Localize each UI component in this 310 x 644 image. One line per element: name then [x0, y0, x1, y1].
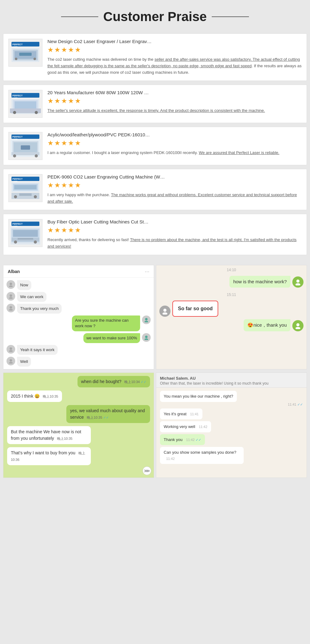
- svg-point-36: [34, 195, 37, 198]
- avatar-left-2: [7, 292, 15, 301]
- wmsq-row-1: how is the machine work?: [159, 276, 303, 288]
- stars-3: ★★★★★: [47, 139, 302, 147]
- review-title-1: New Design Co2 Laser Engraver / Laser En…: [47, 39, 302, 44]
- chat-msg-row-4: Are you sure the machine can work now ?: [7, 315, 151, 331]
- svg-point-62: [296, 280, 299, 283]
- svg-point-49: [9, 285, 13, 287]
- svg-point-35: [14, 195, 17, 198]
- svg-point-52: [10, 306, 12, 309]
- review-text-3: I am a regular customer. I bought a lase…: [47, 150, 302, 156]
- reviews-section: PERFECT LASER New Design Co2 Laser Engra…: [0, 30, 310, 262]
- wchat-bubble-3: 😍nice，thank you: [244, 319, 290, 331]
- svg-point-53: [9, 309, 13, 311]
- chat-bubble-5: we want to make sure 100%: [83, 333, 140, 343]
- wavatar-right-1: [292, 276, 303, 288]
- rbmsg-3: Working very well 11:42: [160, 421, 211, 432]
- rbmsg-1: You mean you like our machine , right?: [160, 391, 237, 402]
- scroll-down-button[interactable]: ⋙: [143, 466, 151, 475]
- svg-point-45: [14, 240, 17, 244]
- blmsg-time-3: 晚上10:35 ✓✓: [87, 416, 109, 419]
- review-text-plain-1: The co2 laser cutting machine was delive…: [47, 57, 154, 62]
- wavatar-left-2: [159, 306, 170, 317]
- review-content-5: Buy Fiber Optic Laser Cutting Machines C…: [47, 219, 302, 250]
- blmsg-time-2: 晚上10:35: [43, 395, 58, 398]
- review-text-underline-2: The seller's service attitude is excelle…: [47, 108, 265, 113]
- blmsg-4: But the machine We have now is not from …: [7, 426, 91, 444]
- blmsg-1: when did he bought? 晚上10:34 ✓✓: [78, 376, 150, 387]
- review-title-5: Buy Fiber Optic Laser Cutting Machines C…: [47, 219, 302, 224]
- chat-panel-left: Alban ··· Now We can work: [3, 265, 154, 370]
- rbmsg-row-4: Thank you 11:42 ✓✓: [160, 434, 303, 445]
- blmsg-row-1: when did he bought? 晚上10:34 ✓✓: [7, 376, 150, 387]
- blmsg-5: That's why I want to buy from you 晚上10:3…: [7, 447, 91, 465]
- right-bottom-header: Michael Salem. AU Other than that, the l…: [156, 373, 307, 388]
- header-line-right: [212, 16, 249, 17]
- page-header: Customer Praise: [0, 0, 310, 30]
- review-title-3: Acylic/wood/leather/plywood/PVC PEDK-160…: [47, 132, 302, 137]
- svg-text:PERFECT: PERFECT: [12, 223, 23, 225]
- blmsg-text-2: 2015 I think 😄: [11, 394, 40, 399]
- svg-point-65: [162, 312, 167, 315]
- avatar-right-4: [142, 315, 151, 324]
- svg-text:PERFECT: PERFECT: [12, 43, 23, 46]
- rbmsg-text-4: Thank you: [164, 437, 183, 442]
- chat-panel-bottom-right: Michael Salem. AU Other than that, the l…: [156, 373, 307, 478]
- blmsg-row-3: yes, we valued much about quality and se…: [7, 405, 150, 423]
- svg-point-48: [10, 283, 12, 285]
- review-content-3: Acylic/wood/leather/plywood/PVC PEDK-160…: [47, 132, 302, 160]
- svg-text:LASER: LASER: [12, 180, 18, 182]
- chat-bubble-3: Thank you very much: [17, 304, 62, 314]
- svg-point-26: [35, 154, 38, 157]
- review-text-4: I am very happy with the purchase. The m…: [47, 192, 302, 205]
- svg-text:LASER: LASER: [12, 225, 18, 227]
- avatar-left-1: [7, 280, 15, 289]
- chat-bubble-6: Yeah it says it work: [17, 345, 58, 355]
- wchat-bubble-2: So far so good: [172, 301, 218, 317]
- blmsg-row-5: That's why I want to buy from you 晚上10:3…: [7, 447, 150, 465]
- svg-rect-43: [13, 230, 38, 237]
- review-text-underline-3: We are assured that Perfect Laser is rel…: [199, 150, 279, 155]
- svg-point-63: [295, 283, 300, 285]
- blmsg-row-4: But the machine We have now is not from …: [7, 426, 150, 444]
- review-card-3: PERFECT LASER Acylic/wood/leather/plywoo…: [3, 127, 307, 165]
- review-text-plain-5: Recently arrived, thanks for delivering …: [47, 237, 130, 242]
- header-line-left: [61, 16, 98, 17]
- blmsg-text-1: when did he bought?: [81, 379, 122, 384]
- chat-dots-icon[interactable]: ···: [145, 268, 149, 275]
- rbmsg-text-2: Yes it's great: [164, 412, 187, 416]
- svg-point-54: [145, 318, 148, 320]
- stars-1: ★★★★★: [47, 46, 302, 54]
- chat-bubble-7: Well: [17, 357, 31, 367]
- chat-messages-left: Now We can work Thank you very much: [3, 278, 154, 369]
- chat-contact-name: Alban: [8, 269, 20, 274]
- avatar-left-7: [7, 357, 15, 365]
- svg-point-59: [9, 350, 13, 352]
- rbmsg-time-3: 11:42: [199, 425, 207, 429]
- svg-point-51: [9, 297, 13, 299]
- chat-panel-bottom-left: when did he bought? 晚上10:34 ✓✓ 2015 I th…: [3, 373, 154, 478]
- rbmsg-4: Thank you 11:42 ✓✓: [160, 434, 205, 445]
- svg-point-50: [10, 294, 12, 297]
- chat-panel-right: 14:10 how is the machine work? 15:11 So …: [156, 265, 307, 370]
- blmsg-time-1: 晚上10:34 ✓✓: [124, 380, 146, 384]
- review-text-2: The seller's service attitude is excelle…: [47, 108, 302, 114]
- machine-icon-3: PERFECT LASER: [10, 134, 41, 158]
- chat-bubble-1: Now: [17, 280, 31, 290]
- rbmsg-time-4: 11:42 ✓✓: [186, 438, 201, 442]
- chat-msg-row-5: we want to make sure 100%: [7, 333, 151, 343]
- svg-point-64: [163, 309, 166, 312]
- svg-point-61: [9, 362, 13, 364]
- svg-point-25: [13, 154, 16, 157]
- machine-icon-2: PERFECT LASER: [10, 91, 41, 116]
- review-title-4: PEDK-9060 CO2 Laser Engraving Cutting Ma…: [47, 174, 302, 179]
- review-title-2: 20 Years Manufacturer 60W 80W 100W 120W …: [47, 90, 302, 95]
- review-image-5: PERFECT LASER: [8, 219, 42, 247]
- customer-name: Michael Salem. AU: [160, 376, 303, 381]
- svg-point-67: [295, 327, 300, 329]
- chat-time-badge-1: 14:10: [156, 265, 307, 273]
- rbmsg-row-2: Yes it's great 11:41: [160, 408, 303, 420]
- chat-section-top: Alban ··· Now We can work: [0, 262, 310, 373]
- svg-rect-37: [19, 193, 32, 196]
- chat-bubble-4: Are you sure the machine can work now ?: [72, 315, 140, 331]
- review-content-4: PEDK-9060 CO2 Laser Engraving Cutting Ma…: [47, 174, 302, 205]
